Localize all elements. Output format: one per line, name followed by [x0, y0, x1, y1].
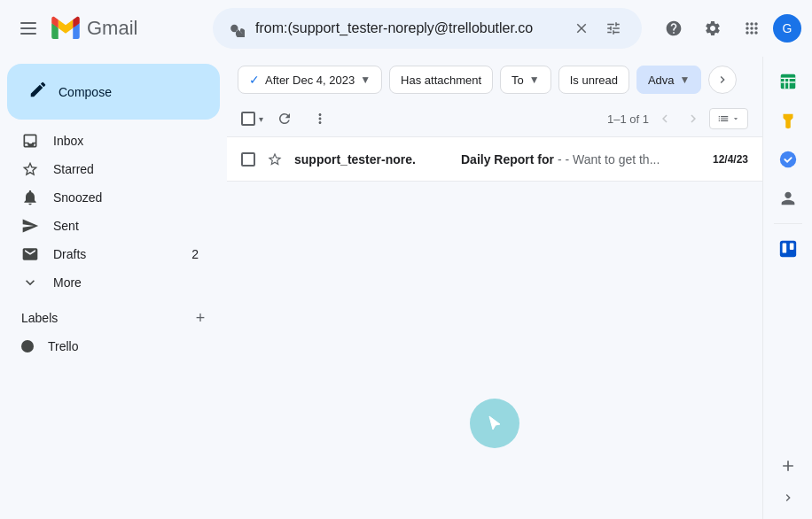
label-name-trello: Trello: [48, 339, 79, 353]
labels-header: Labels +: [0, 304, 227, 332]
labels-title: Labels: [21, 311, 58, 325]
app-sheets-button[interactable]: [770, 64, 806, 99]
search-clear-button[interactable]: [567, 14, 596, 43]
help-button[interactable]: [656, 11, 691, 46]
search-icon: [227, 19, 245, 37]
list-toolbar: ▾ 1–1 of 1: [227, 101, 762, 137]
select-all-wrap: ▾: [241, 112, 263, 126]
search-input[interactable]: [255, 20, 567, 36]
sidebar-item-drafts[interactable]: Drafts 2: [0, 240, 213, 268]
email-list: support_tester-nore. Daily Report for - …: [227, 137, 762, 329]
app-keep-button[interactable]: [770, 103, 806, 138]
view-options-button[interactable]: [709, 108, 748, 129]
chip-advanced-label: Adva: [648, 74, 675, 87]
list-more-button[interactable]: [306, 105, 334, 133]
pagination-text: 1–1 of 1: [607, 112, 649, 126]
sidebar-item-inbox[interactable]: Inbox: [0, 127, 213, 155]
snoozed-icon: [21, 189, 39, 206]
right-panel: ✓ After Dec 4, 2023 ▼ Has attachment To …: [227, 57, 762, 519]
app-trello-button[interactable]: [770, 231, 806, 267]
search-options-button[interactable]: [599, 14, 628, 43]
labels-section: Labels + Trello: [0, 297, 227, 368]
app-tasks-button[interactable]: [770, 142, 806, 177]
settings-button[interactable]: [695, 11, 730, 46]
chip-date[interactable]: ✓ After Dec 4, 2023 ▼: [238, 66, 382, 94]
sidebar-item-sent[interactable]: Sent: [0, 212, 213, 240]
chip-check-icon: ✓: [249, 73, 260, 87]
avatar[interactable]: G: [773, 14, 801, 43]
chip-date-label: After Dec 4, 2023: [265, 74, 355, 87]
pagination-prev-button[interactable]: [652, 106, 677, 131]
gmail-logo: Gmail: [50, 12, 137, 44]
label-item-trello[interactable]: Trello: [0, 332, 213, 360]
sidebar-item-starred[interactable]: Starred: [0, 155, 213, 183]
filter-bar: ✓ After Dec 4, 2023 ▼ Has attachment To …: [227, 57, 762, 101]
loading-spinner: [470, 399, 519, 448]
drafts-icon: [21, 245, 39, 263]
gmail-logo-text: Gmail: [87, 17, 137, 40]
compose-icon: [28, 80, 48, 104]
subject-text: Daily Report for: [461, 152, 554, 167]
svg-rect-3: [780, 74, 795, 89]
pagination: 1–1 of 1: [607, 106, 748, 131]
main-layout: Compose Inbox Starred Snoozed Sent: [0, 57, 812, 519]
sidebar-item-snoozed[interactable]: Snoozed: [0, 183, 213, 212]
apps-chevron-button[interactable]: [774, 484, 802, 512]
sent-label: Sent: [53, 219, 199, 233]
chip-more-button[interactable]: [708, 66, 737, 94]
drafts-label: Drafts: [53, 247, 177, 261]
email-date: 12/4/23: [713, 153, 748, 166]
apps-sidebar: [762, 57, 812, 519]
starred-label: Starred: [53, 162, 199, 176]
email-checkbox[interactable]: [241, 152, 255, 167]
apps-add-button[interactable]: [774, 452, 802, 480]
sidebar: Compose Inbox Starred Snoozed Sent: [0, 57, 227, 519]
svg-rect-11: [789, 244, 793, 250]
inbox-label: Inbox: [53, 134, 199, 148]
refresh-button[interactable]: [270, 105, 299, 133]
chip-advanced-arrow: ▼: [680, 74, 691, 86]
svg-rect-9: [779, 241, 795, 257]
inbox-icon: [21, 132, 39, 150]
topbar: Gmail G: [0, 0, 812, 57]
search-bar: [213, 8, 642, 49]
table-row[interactable]: support_tester-nore. Daily Report for - …: [227, 137, 762, 182]
more-icon: [21, 274, 39, 291]
apps-divider: [774, 223, 802, 224]
chip-attachment[interactable]: Has attachment: [389, 66, 493, 94]
subject-preview: - Want to get th...: [565, 152, 660, 167]
chip-unread-label: Is unread: [570, 74, 618, 87]
compose-button[interactable]: Compose: [7, 64, 220, 120]
chip-advanced[interactable]: Adva ▼: [636, 66, 702, 94]
pagination-next-button[interactable]: [681, 106, 706, 131]
app-contacts-button[interactable]: [770, 181, 806, 216]
svg-rect-10: [782, 244, 786, 253]
apps-button[interactable]: [734, 11, 769, 46]
select-dropdown-arrow[interactable]: ▾: [259, 114, 263, 124]
chip-unread[interactable]: Is unread: [558, 66, 629, 94]
svg-rect-1: [20, 27, 36, 29]
starred-icon: [21, 160, 39, 178]
add-label-button[interactable]: +: [188, 306, 213, 330]
compose-label: Compose: [59, 85, 112, 99]
drafts-badge: 2: [191, 247, 199, 261]
topbar-right: G: [656, 11, 801, 46]
chip-to-arrow: ▼: [529, 74, 540, 86]
email-subject: Daily Report for - - Want to get th...: [461, 152, 706, 167]
star-button[interactable]: [262, 147, 287, 172]
svg-point-8: [779, 151, 795, 167]
sidebar-item-more[interactable]: More: [0, 268, 213, 297]
more-label: More: [53, 275, 199, 290]
topbar-left: Gmail: [11, 11, 206, 46]
spinner-area: [227, 329, 762, 520]
select-all-checkbox[interactable]: [241, 112, 255, 126]
sent-icon: [21, 217, 39, 235]
chip-attachment-label: Has attachment: [401, 74, 481, 87]
gmail-logo-icon: [50, 12, 82, 44]
hamburger-menu-button[interactable]: [11, 11, 46, 46]
label-dot-trello: [21, 340, 34, 352]
chip-to-label: To: [511, 74, 524, 87]
chip-to[interactable]: To ▼: [500, 66, 551, 94]
svg-rect-0: [20, 22, 36, 24]
email-list-area: support_tester-nore. Daily Report for - …: [227, 137, 762, 519]
